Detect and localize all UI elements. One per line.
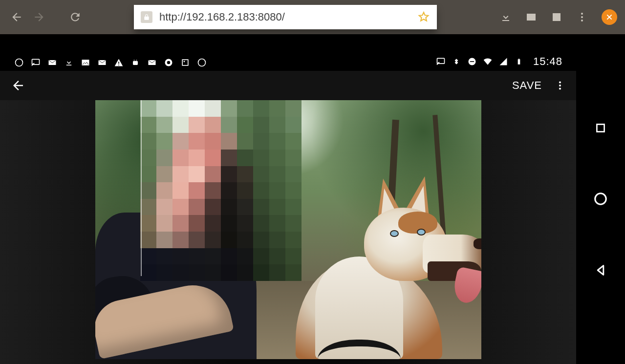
battery-icon <box>514 56 524 67</box>
svg-point-0 <box>581 13 583 15</box>
svg-rect-21 <box>518 59 519 59</box>
svg-point-3 <box>16 59 23 66</box>
svg-point-24 <box>559 87 561 89</box>
nav-recents-button[interactable] <box>594 122 607 134</box>
notification-bubble-icon <box>14 57 24 68</box>
svg-point-1 <box>581 16 583 18</box>
svg-point-13 <box>167 61 171 64</box>
back-button[interactable] <box>10 10 23 24</box>
bookmark-star-icon[interactable] <box>417 11 430 23</box>
bluetooth-icon <box>451 56 462 67</box>
app-overflow-icon[interactable] <box>555 79 565 92</box>
svg-rect-20 <box>518 59 520 64</box>
svg-rect-25 <box>597 124 604 131</box>
device-screen: 15:48 SAVE <box>0 34 576 364</box>
clock-text: 15:48 <box>533 55 562 68</box>
android-device: 15:48 SAVE <box>0 34 625 364</box>
svg-point-23 <box>559 85 561 86</box>
bookmarks-icon[interactable] <box>551 11 562 23</box>
svg-point-16 <box>198 59 206 66</box>
photo-viewer[interactable] <box>0 100 576 364</box>
android-status-bar: 15:48 <box>0 34 576 71</box>
close-button[interactable] <box>602 9 617 25</box>
notification-mail3-icon <box>147 57 157 68</box>
nav-back-button[interactable] <box>594 263 607 277</box>
status-system: 15:48 <box>435 55 562 68</box>
browser-overflow-icon[interactable] <box>576 11 588 23</box>
notification-voicemail-icon <box>163 57 174 68</box>
notification-android-icon <box>130 57 141 68</box>
url-text: http://192.168.2.183:8080/ <box>159 11 417 23</box>
app-action-bar: SAVE <box>0 71 576 100</box>
notification-mail2-icon <box>97 57 108 68</box>
url-bar[interactable]: http://192.168.2.183:8080/ <box>134 5 437 29</box>
notification-warning-icon <box>113 57 124 68</box>
site-security-icon <box>141 11 152 23</box>
svg-point-22 <box>559 82 561 84</box>
svg-rect-15 <box>184 61 185 63</box>
wifi-icon <box>482 56 493 67</box>
svg-point-2 <box>581 20 583 21</box>
photo-content <box>95 100 481 359</box>
downloads-icon[interactable] <box>500 11 512 23</box>
notification-bubble2-icon <box>196 57 207 68</box>
signal-icon <box>498 56 509 67</box>
forward-button[interactable] <box>32 10 46 24</box>
notification-cast-icon <box>30 57 41 68</box>
add-tab-icon[interactable] <box>525 11 537 23</box>
save-button[interactable]: SAVE <box>512 79 542 92</box>
svg-rect-8 <box>133 61 138 65</box>
android-navbar <box>576 34 625 364</box>
nav-home-button[interactable] <box>593 192 608 206</box>
notification-mail-icon <box>47 57 58 68</box>
svg-rect-14 <box>182 60 188 65</box>
svg-point-26 <box>595 193 606 204</box>
pixelation-edit-handle[interactable] <box>141 100 142 276</box>
svg-point-9 <box>134 60 135 61</box>
dnd-icon <box>467 56 477 67</box>
svg-point-10 <box>136 60 137 61</box>
reload-button[interactable] <box>68 10 82 24</box>
browser-toolbar: http://192.168.2.183:8080/ <box>0 0 625 34</box>
notification-download-icon <box>64 57 74 68</box>
dog <box>286 183 481 359</box>
notification-square-icon <box>180 57 191 68</box>
cast-icon <box>435 56 446 67</box>
app-back-button[interactable] <box>11 78 25 93</box>
pixelated-face <box>140 100 302 281</box>
svg-rect-19 <box>470 61 474 62</box>
status-notifications <box>14 57 207 68</box>
notification-image-icon <box>80 57 91 68</box>
